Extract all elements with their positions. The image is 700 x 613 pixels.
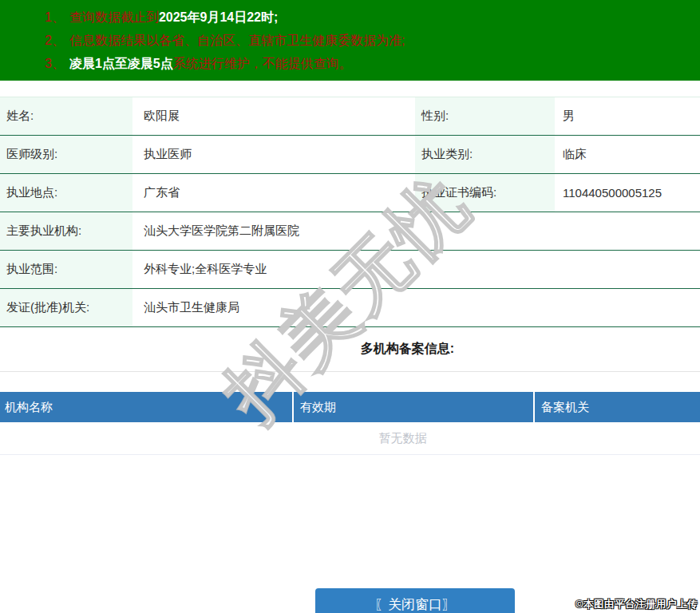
doctor-level-label: 医师级别: xyxy=(0,136,132,173)
column-header-validity: 有效期 xyxy=(294,392,535,422)
practice-location-label: 执业地点: xyxy=(0,174,132,212)
issuing-authority-label: 发证(批准)机关: xyxy=(0,289,132,326)
notice-line-number: 2、 xyxy=(45,34,65,47)
practice-scope-label: 执业范围: xyxy=(0,251,132,288)
notice-text: 信息数据结果以各省、自治区、直辖市卫生健康委数据为准; xyxy=(69,34,405,47)
main-institution-label: 主要执业机构: xyxy=(0,212,132,250)
filing-table-header: 机构名称 有效期 备案机关 xyxy=(0,392,700,422)
notice-line-number: 1、 xyxy=(45,10,65,24)
gender-label: 性别: xyxy=(415,97,555,135)
close-window-button[interactable]: 〖关闭窗口〗 xyxy=(315,588,515,613)
notice-text: 查询数据截止到 xyxy=(69,10,159,24)
name-label: 姓名: xyxy=(0,97,132,135)
notice-line-number: 3、 xyxy=(45,57,65,70)
practitioner-info-table: 姓名: 欧阳展 性别: 男 医师级别: 执业医师 执业类别: 临床 执业地点: … xyxy=(0,97,700,327)
notice-text: 系统进行维护，不能提供查询。 xyxy=(173,57,352,70)
column-header-institution: 机构名称 xyxy=(0,392,294,422)
name-value: 欧阳展 xyxy=(132,97,415,135)
practice-category-value: 临床 xyxy=(555,136,700,173)
main-institution-value: 汕头大学医学院第二附属医院 xyxy=(132,212,700,250)
notice-line-2: 2、信息数据结果以各省、自治区、直辖市卫生健康委数据为准; xyxy=(45,29,700,52)
empty-data-text: 暂无数据 xyxy=(379,431,427,446)
doctor-level-value: 执业医师 xyxy=(132,136,415,173)
practice-location-value: 广东省 xyxy=(132,174,415,212)
copyright-watermark: ©本图由平台注册用户上传 xyxy=(575,598,698,611)
practice-category-label: 执业类别: xyxy=(415,136,555,173)
table-row: 执业地点: 广东省 执业证书编码: 110440500005125 xyxy=(0,174,700,212)
table-row: 主要执业机构: 汕头大学医学院第二附属医院 xyxy=(0,212,700,251)
notice-line-3: 3、凌晨1点至凌晨5点系统进行维护，不能提供查询。 xyxy=(45,52,700,75)
issuing-authority-value: 汕头市卫生健康局 xyxy=(132,289,700,326)
certificate-number-value: 110440500005125 xyxy=(555,174,700,212)
notice-line-1: 1、查询数据截止到2025年9月14日22时; xyxy=(45,6,700,29)
certificate-number-label: 执业证书编码: xyxy=(415,174,555,212)
empty-data-row: 暂无数据 xyxy=(0,422,700,455)
notice-highlight: 凌晨1点至凌晨5点 xyxy=(69,57,173,70)
notice-highlight: 2025年9月14日22时; xyxy=(159,10,278,24)
table-row: 医师级别: 执业医师 执业类别: 临床 xyxy=(0,136,700,174)
divider xyxy=(0,371,700,372)
table-row: 姓名: 欧阳展 性别: 男 xyxy=(0,97,700,136)
notice-banner: 1、查询数据截止到2025年9月14日22时; 2、信息数据结果以各省、自治区、… xyxy=(0,0,700,81)
practice-scope-value: 外科专业;全科医学专业 xyxy=(132,251,700,288)
table-row: 执业范围: 外科专业;全科医学专业 xyxy=(0,251,700,289)
gender-value: 男 xyxy=(555,97,700,135)
filing-section-title: 多机构备案信息: xyxy=(57,340,700,358)
column-header-authority: 备案机关 xyxy=(535,392,700,422)
table-row: 发证(批准)机关: 汕头市卫生健康局 xyxy=(0,289,700,327)
